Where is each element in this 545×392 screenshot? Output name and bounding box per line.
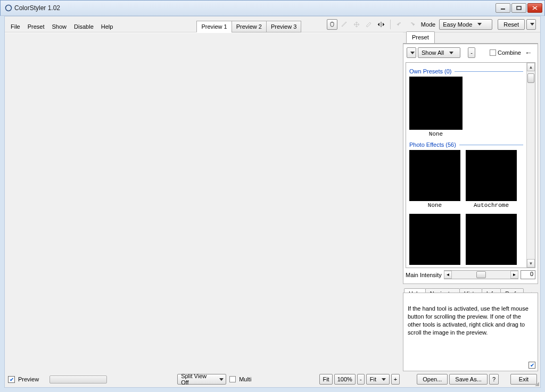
collapse-arrow-icon[interactable]: ← bbox=[523, 47, 534, 58]
zoom-fit-dropdown[interactable]: Fit bbox=[366, 374, 390, 385]
caret-down-icon bbox=[382, 378, 386, 381]
zoom-out-button[interactable]: - bbox=[357, 374, 365, 385]
section-photo-effects: Photo Effects (56) bbox=[409, 141, 456, 148]
multi-checkbox[interactable] bbox=[229, 376, 236, 382]
undo-icon[interactable] bbox=[394, 19, 405, 30]
dash-button[interactable]: - bbox=[468, 47, 475, 58]
toolbar-right: Mode Easy Mode Reset bbox=[327, 19, 538, 30]
preview-canvas[interactable] bbox=[5, 32, 403, 371]
show-all-dropdown[interactable]: Show All bbox=[418, 47, 460, 58]
preset-thumb-3[interactable] bbox=[409, 214, 460, 265]
hand-tool-icon[interactable] bbox=[327, 19, 337, 30]
caret-down-icon bbox=[477, 23, 482, 26]
bottom-bar: ✔ Preview Split View Off Multi Fit 100% … bbox=[5, 371, 540, 387]
progress-bar bbox=[49, 376, 107, 383]
reset-button[interactable]: Reset bbox=[498, 19, 525, 30]
slider-right-icon[interactable]: ► bbox=[510, 271, 518, 279]
combine-checkbox[interactable] bbox=[490, 49, 496, 56]
info-pin-checkbox[interactable]: ✔ bbox=[529, 362, 535, 369]
caret-down-icon bbox=[219, 378, 224, 381]
minimize-button[interactable] bbox=[496, 3, 510, 13]
close-button[interactable] bbox=[527, 3, 542, 13]
svg-rect-2 bbox=[517, 6, 521, 10]
preview-label: Preview bbox=[18, 376, 39, 382]
thumbnail-image bbox=[409, 214, 460, 265]
tab-preview-3[interactable]: Preview 3 bbox=[266, 21, 301, 32]
menu-disable[interactable]: Disable bbox=[70, 21, 97, 32]
caret-down-icon bbox=[530, 23, 534, 26]
preset-panel-tab[interactable]: Preset bbox=[406, 31, 435, 43]
scroll-up-icon[interactable]: ▲ bbox=[527, 63, 535, 71]
help-text: If the hand tool is activated, use the l… bbox=[403, 301, 538, 371]
tab-preview-1[interactable]: Preview 1 bbox=[196, 21, 232, 32]
reset-menu-button[interactable] bbox=[526, 19, 536, 30]
app-icon bbox=[5, 4, 12, 12]
caret-down-icon bbox=[410, 52, 415, 54]
preset-thumb-none-2[interactable]: None bbox=[409, 150, 460, 208]
thumbnail-image bbox=[409, 150, 460, 201]
menu-help[interactable]: Help bbox=[97, 21, 117, 32]
preset-gallery: Own Presets (0) None Photo Effects (56) bbox=[406, 62, 535, 268]
maximize-button[interactable] bbox=[511, 3, 526, 13]
gallery-scrollbar[interactable]: ▲ ▼ bbox=[526, 63, 535, 268]
zoom-in-button[interactable]: + bbox=[391, 374, 400, 385]
split-view-dropdown[interactable]: Split View Off bbox=[177, 374, 226, 385]
thumbnail-image bbox=[409, 77, 463, 130]
mode-label: Mode bbox=[421, 21, 436, 28]
main-menu: File Preset Show Disable Help bbox=[7, 17, 117, 32]
caret-down-icon bbox=[449, 52, 453, 54]
preset-category-menu-button[interactable] bbox=[407, 47, 416, 58]
scroll-thumb[interactable] bbox=[527, 73, 534, 83]
app-frame: File Preset Show Disable Help Preview 1 … bbox=[4, 16, 541, 388]
intensity-value-input[interactable]: 0 bbox=[521, 270, 535, 279]
eyedropper-tool-icon[interactable] bbox=[339, 19, 350, 30]
intensity-label: Main Intensity bbox=[406, 272, 442, 278]
preset-thumb-none[interactable]: None bbox=[409, 77, 463, 137]
thumbnail-image bbox=[466, 150, 517, 201]
separator bbox=[390, 20, 391, 29]
multi-label: Multi bbox=[239, 376, 251, 382]
preset-thumb-4[interactable] bbox=[466, 214, 517, 265]
preset-thumb-autochrome[interactable]: Autochrome bbox=[466, 150, 517, 208]
mode-dropdown[interactable]: Easy Mode bbox=[439, 19, 492, 30]
zoom-button[interactable]: 100% bbox=[334, 374, 356, 385]
fit-button[interactable]: Fit bbox=[319, 374, 332, 385]
menu-file[interactable]: File bbox=[7, 21, 24, 32]
move-tool-icon[interactable] bbox=[351, 19, 362, 30]
thumbnail-image bbox=[466, 214, 517, 265]
topbar: File Preset Show Disable Help Preview 1 … bbox=[5, 16, 540, 32]
preview-checkbox[interactable]: ✔ bbox=[8, 376, 15, 383]
split-compare-icon[interactable] bbox=[376, 19, 386, 30]
slider-left-icon[interactable]: ◄ bbox=[444, 271, 452, 279]
svg-point-0 bbox=[6, 5, 12, 11]
tab-preview-2[interactable]: Preview 2 bbox=[232, 21, 267, 32]
resize-grip-icon[interactable] bbox=[533, 380, 540, 387]
redo-icon[interactable] bbox=[407, 19, 417, 30]
brush-tool-icon[interactable] bbox=[364, 19, 374, 30]
preview-tabs: Preview 1 Preview 2 Preview 3 bbox=[196, 16, 301, 32]
info-panel: If the hand tool is activated, use the l… bbox=[403, 293, 538, 371]
combine-label: Combine bbox=[498, 49, 521, 56]
window-title: ColorStyler 1.02 bbox=[14, 4, 496, 12]
help-button[interactable]: ? bbox=[489, 374, 499, 385]
save-as-button[interactable]: Save As... bbox=[449, 374, 488, 385]
scroll-down-icon[interactable]: ▼ bbox=[527, 259, 535, 268]
menu-preset[interactable]: Preset bbox=[24, 21, 48, 32]
menu-show[interactable]: Show bbox=[48, 21, 71, 32]
titlebar: ColorStyler 1.02 bbox=[0, 0, 545, 16]
open-button[interactable]: Open... bbox=[417, 374, 448, 385]
section-own-presets: Own Presets (0) bbox=[409, 68, 451, 74]
slider-thumb[interactable] bbox=[476, 271, 486, 278]
intensity-slider[interactable]: ◄ ► bbox=[444, 270, 518, 279]
